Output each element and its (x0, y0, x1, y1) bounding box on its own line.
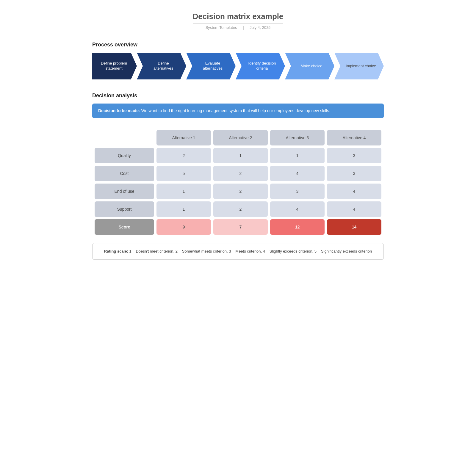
meta-source: System Templates (206, 25, 237, 30)
matrix-col-header-2: Alternative 2 (213, 130, 268, 145)
matrix-cell-r3-c3: 3 (270, 184, 325, 199)
matrix-cell-r1-c1: 2 (156, 148, 211, 163)
score-cell-1: 9 (156, 219, 211, 235)
page-title: Decision matrix example (193, 12, 284, 24)
matrix-table: Alternative 1Alternative 2Alternative 3A… (92, 128, 384, 237)
matrix-cell-r4-c4: 4 (327, 201, 381, 217)
matrix-cell-r4-c3: 4 (270, 201, 325, 217)
matrix-cell-r2-c3: 4 (270, 166, 325, 181)
matrix-cell-r2-c1: 5 (156, 166, 211, 181)
matrix-cell-r1-c4: 3 (327, 148, 381, 163)
meta-date: July 4, 2025 (250, 25, 270, 30)
criteria-quality: Quality (95, 148, 154, 163)
matrix-cell-r4-c1: 1 (156, 201, 211, 217)
process-section-title: Process overview (92, 42, 384, 48)
matrix-cell-r3-c4: 4 (327, 184, 381, 199)
matrix-cell-r1-c2: 1 (213, 148, 268, 163)
matrix-cell-r2-c2: 2 (213, 166, 268, 181)
chevron-step-3: Evaluate alternatives (186, 53, 236, 79)
page-meta: System Templates | July 4, 2025 (92, 25, 384, 30)
chevron-step-2: Define alternatives (137, 53, 186, 79)
score-label-cell: Score (95, 219, 154, 235)
chevron-row: Define problem statementDefine alternati… (92, 53, 384, 79)
criteria-end-of use: End of use (95, 184, 154, 199)
banner-label: Decision to be made: (98, 108, 140, 113)
meta-separator: | (243, 25, 244, 30)
matrix-col-header-4: Alternative 4 (327, 130, 381, 145)
rating-scale: Rating scale: 1 = Doesn't meet criterion… (92, 243, 384, 260)
decision-section-title: Decision analysis (92, 93, 384, 99)
rating-scale-text: 1 = Doesn't meet criterion, 2 = Somewhat… (129, 249, 372, 253)
criteria-cost: Cost (95, 166, 154, 181)
process-section: Process overview Define problem statemen… (92, 42, 384, 79)
score-cell-3: 12 (270, 219, 325, 235)
matrix-col-header-1: Alternative 1 (156, 130, 211, 145)
chevron-step-6: Implement choice (334, 53, 384, 79)
matrix-empty-header (95, 130, 154, 145)
rating-scale-label: Rating scale: (104, 249, 128, 253)
matrix-cell-r3-c2: 2 (213, 184, 268, 199)
matrix-cell-r1-c3: 1 (270, 148, 325, 163)
chevron-step-4: Identify decision criteria (236, 53, 285, 79)
matrix-cell-r3-c1: 1 (156, 184, 211, 199)
matrix-cell-r4-c2: 2 (213, 201, 268, 217)
score-cell-2: 7 (213, 219, 268, 235)
matrix-cell-r2-c4: 3 (327, 166, 381, 181)
banner-text: We want to find the right learning manag… (141, 108, 331, 113)
matrix-col-header-3: Alternative 3 (270, 130, 325, 145)
decision-banner: Decision to be made: We want to find the… (92, 104, 384, 118)
criteria-support: Support (95, 201, 154, 217)
decision-section: Decision analysis Decision to be made: W… (92, 93, 384, 260)
chevron-step-1: Define problem statement (92, 53, 137, 79)
page-header: Decision matrix example System Templates… (92, 12, 384, 30)
chevron-step-5: Make choice (285, 53, 334, 79)
score-cell-4: 14 (327, 219, 381, 235)
